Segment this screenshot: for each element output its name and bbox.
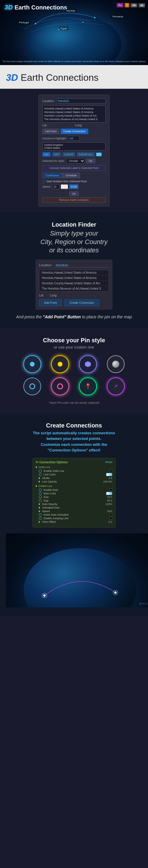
loc-romania: Romania — [111, 15, 124, 18]
fx-reset-button[interactable]: Reset — [105, 461, 112, 464]
collapse-icon[interactable] — [36, 466, 37, 468]
list-item-0[interactable]: Honolulu,Hawaii,United States of America — [44, 107, 104, 110]
fx-dotted-title: Dotted Line — [36, 485, 112, 488]
invert-dots-label: Invert Dots Animation — [43, 513, 108, 516]
speed-input[interactable] — [52, 184, 59, 189]
pin-dot-1 — [30, 362, 35, 367]
start-rotation-row: ✓ Start Rotation from Selected Point — [42, 180, 106, 183]
pin-hex-3 — [85, 361, 91, 367]
country-uk[interactable]: United Kingdom — [44, 144, 104, 147]
circle-icon-8 — [39, 517, 42, 520]
loc-add-button[interactable]: Add Point — [39, 300, 62, 306]
opacity-icon — [39, 480, 40, 483]
pin-item-3 — [77, 355, 100, 373]
animated-icon — [39, 506, 40, 509]
hero-title: 3D Earth Connections — [4, 4, 67, 11]
on-button[interactable]: ON — [42, 152, 51, 157]
main-title: 3D Earth Connections — [6, 72, 142, 83]
fx-invert-dots: Invert Dots Animation — [36, 513, 112, 517]
location-input[interactable] — [56, 98, 106, 103]
fx-speed: Speed 20% — [36, 509, 112, 513]
fx-stroke: Stroke 2.6 — [36, 476, 112, 480]
country-label: Country to Highlight: — [42, 137, 67, 140]
country-us[interactable]: United States — [44, 147, 104, 149]
connect-label-button[interactable]: Connect Selected Label to Selected Point — [42, 165, 106, 171]
dots-color-swatch[interactable] — [106, 492, 112, 495]
loc-field-input[interactable] — [55, 263, 109, 268]
fx-panel: f× Connection Options Reset Solid Line E… — [33, 458, 115, 527]
arc-svg — [35, 566, 124, 601]
pin-style-section: Choose your Pin style or use your custom… — [0, 328, 148, 413]
list-item-3[interactable]: The Honolulu Museum of Art,Hawaii,United… — [44, 118, 104, 121]
circle-icon-3 — [39, 489, 42, 491]
loc-egypt: Egypt — [59, 27, 68, 30]
badge-ae: Ae — [117, 3, 123, 7]
pin-ring-5 — [29, 383, 35, 389]
circle-icon — [39, 469, 42, 472]
loc-list-item-1[interactable]: Honolulu,Hawaii,United States of America — [39, 275, 109, 281]
clear-all-button[interactable]: CLEAR ALL — [77, 152, 95, 157]
connections-description: The script automatically creates connect… — [6, 430, 142, 453]
continuous-tab[interactable]: Continuous — [42, 173, 62, 178]
size-label: Size — [43, 496, 101, 498]
gap-label: Gap — [43, 499, 101, 502]
start-rotation-checkbox[interactable]: ✓ — [42, 180, 45, 183]
fx-time-offset: Time Offset 0.0 — [36, 520, 112, 524]
circle-icon-6 — [39, 499, 42, 502]
line-color-swatch[interactable] — [106, 473, 112, 476]
clear-button[interactable]: CLEAR — [62, 152, 76, 157]
create-connection-button[interactable]: Create Connection — [61, 129, 88, 134]
pin-style-select[interactable]: Circular — [66, 158, 85, 164]
loc-list-item-0[interactable]: Honolulu,Hawaii,United States of America — [39, 270, 109, 275]
pin-circle-6 — [51, 377, 69, 395]
jumping-checkbox[interactable] — [110, 517, 112, 520]
badge-hd: HD — [130, 3, 137, 7]
loc-norway: Norway — [65, 9, 77, 12]
gap-value: 20.0 — [103, 499, 112, 502]
location-finder-subtitle: Simply type your City, Region or Country… — [6, 229, 142, 255]
fx-line-opacity: Line Opacity 100.0% — [36, 480, 112, 484]
fx-dots-opacity: Dots Opacity 100% — [36, 502, 112, 506]
hero-title-3d: 3D — [4, 4, 13, 11]
pin-item-7: 📍 — [77, 377, 100, 395]
ccw-button[interactable]: CCW — [69, 184, 79, 189]
pin-circle-5 — [23, 377, 41, 395]
speed-dots-label: Speed — [42, 510, 101, 513]
invert-checkbox[interactable] — [110, 513, 112, 516]
remove-animation-button[interactable]: Remove Earth Animation — [42, 197, 106, 203]
pin-item-2 — [49, 355, 72, 373]
off-button[interactable]: OFF — [52, 152, 61, 157]
caption-suffix: to place the pin on the map — [81, 314, 132, 319]
list-item-2[interactable]: Honolulu County,Hawaii,United States of … — [44, 114, 104, 118]
pin-arrow-8: ↗ — [114, 383, 118, 389]
country-input[interactable] — [68, 136, 80, 141]
pin-ok-button[interactable]: OK — [86, 159, 95, 163]
fx-dotted-line: Dotted Line Enable Dots Dots Color Size … — [36, 485, 112, 524]
add-point-button[interactable]: Add Point — [42, 129, 59, 134]
pin-item-6 — [49, 377, 72, 395]
enable-dots-checkbox[interactable] — [110, 489, 112, 491]
cw-button[interactable]: CW — [61, 184, 68, 189]
dotted-collapse-icon[interactable] — [36, 485, 37, 487]
loc-list-item-2[interactable]: Honolulu County,Hawaii,United States of … — [39, 281, 109, 286]
enable-solid-checkbox[interactable] — [110, 469, 112, 472]
pin-item-5 — [21, 377, 44, 395]
loc-create-button[interactable]: Create Connection — [64, 300, 99, 306]
country-list: United Kingdom United States — [42, 142, 106, 151]
speed-ok-button[interactable]: OK — [69, 191, 79, 196]
loc-portugal: Portugal — [18, 21, 30, 24]
schedule-tab[interactable]: Schedule — [62, 173, 80, 178]
loc-list-item-3[interactable]: The Honolulu Museum of Art,Hawaii,United… — [39, 286, 109, 291]
fx-line-color: Line Color — [36, 473, 112, 476]
ui-panel: Location: Honolulu,Hawaii,United States … — [38, 95, 110, 207]
watermark: gfxtra.com — [139, 602, 148, 605]
pin-item-4 — [104, 355, 127, 373]
svg-point-6 — [114, 591, 117, 594]
fx-header: f× Connection Options Reset — [36, 461, 112, 464]
loc-coord-row: Lat: Long: — [39, 294, 109, 297]
desc-line4: "Connection Options" effect! — [47, 448, 100, 452]
loc-list: Honolulu,Hawaii,United States of America… — [39, 270, 109, 291]
hero-section: 3D Earth Connections Ae S HD 4K Norway R… — [0, 0, 148, 65]
list-item-1[interactable]: Honolulu,Hawaii,United States of America — [44, 110, 104, 114]
time-offset-label: Time Offset — [42, 520, 101, 523]
